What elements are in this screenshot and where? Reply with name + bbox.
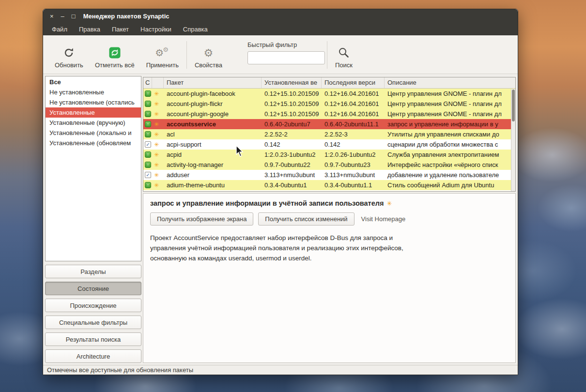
filter-item-installed-local[interactable]: Установленные (локально и xyxy=(46,128,141,138)
installed-checkbox-icon[interactable]: ✓ xyxy=(143,172,152,178)
get-changelog-button[interactable]: Получить список изменений xyxy=(258,212,354,226)
statusbar: Отмечены все доступные для обновления па… xyxy=(43,365,518,375)
visit-homepage-button[interactable]: Visit Homepage xyxy=(359,213,408,225)
window-title: Менеджер пакетов Synaptic xyxy=(83,13,170,20)
synaptic-window: × – □ Менеджер пакетов Synaptic Файл Пра… xyxy=(43,9,518,375)
toolbar-separator xyxy=(327,41,327,69)
close-icon[interactable]: × xyxy=(50,13,54,19)
package-row[interactable]: ↑ ✳ adium-theme-ubuntu 0.3.4-0ubuntu1 0.… xyxy=(143,180,515,190)
origin-button[interactable]: Происхождение xyxy=(45,299,141,312)
supported-icon: ✳ xyxy=(152,111,164,117)
filter-item-all[interactable]: Все xyxy=(46,77,141,87)
get-screenshot-button[interactable]: Получить изображение экрана xyxy=(150,212,253,226)
installed-version: 0.142 xyxy=(262,141,322,148)
package-row[interactable]: ↑ ✳ activity-log-manager 0.9.7-0ubuntu22… xyxy=(143,160,515,170)
filter-item-installed-upgradable[interactable]: Установленные (обновляем xyxy=(46,138,141,148)
latest-version: 0.12+16.04.201601 xyxy=(322,90,385,97)
sections-button[interactable]: Разделы xyxy=(45,265,141,278)
package-details-pane: запрос и управление информации в учётной… xyxy=(143,193,516,363)
menu-settings[interactable]: Настройки xyxy=(135,24,177,35)
column-header-installed-version[interactable]: Установленная ве xyxy=(262,77,322,88)
upgrade-icon[interactable]: ↑ xyxy=(143,101,152,107)
installed-version: 0.6.40-2ubuntu7 xyxy=(262,121,322,128)
upgrade-icon[interactable]: ↑ xyxy=(143,131,152,137)
package-row[interactable]: ↑ ✳ acl 2.2.52-2 2.2.52-3 Утилиты для уп… xyxy=(143,129,515,139)
menu-help[interactable]: Справка xyxy=(177,24,214,35)
mark-all-upgrades-button[interactable]: Отметить всё xyxy=(89,37,140,73)
scrollbar-thumb[interactable] xyxy=(512,90,515,121)
upgrade-icon[interactable]: ↑ xyxy=(143,121,152,127)
apply-gears-icon: ⚙⚙ xyxy=(155,46,170,59)
search-label: Поиск xyxy=(335,61,353,69)
package-row[interactable]: ✓ ✳ acpi-support 0.142 0.142 сценарии дл… xyxy=(143,139,515,150)
main-content: Все Не установленные Не установленные (о… xyxy=(43,74,518,365)
toolbar-separator xyxy=(186,41,187,69)
package-name: accountsservice xyxy=(164,121,262,128)
supported-icon: ✳ xyxy=(152,152,164,158)
installed-checkbox-icon[interactable]: ✓ xyxy=(143,141,152,148)
mark-all-upgrades-icon xyxy=(108,46,121,59)
filter-item-installed[interactable]: Установленные xyxy=(46,107,141,118)
menu-edit[interactable]: Правка xyxy=(73,24,106,35)
properties-button[interactable]: ⚙ Свойства xyxy=(189,37,228,73)
refresh-label: Обновить xyxy=(55,61,83,69)
package-description: Центр управления GNOME - плагин дл xyxy=(385,90,515,97)
quick-filter-group: Быстрый фильтр xyxy=(247,37,325,73)
search-results-button[interactable]: Результаты поиска xyxy=(45,332,141,346)
installed-version: 0.12+15.10.201509 xyxy=(262,90,322,97)
filter-item-installed-manual[interactable]: Установленные (вручную) xyxy=(46,118,141,128)
architecture-button[interactable]: Architecture xyxy=(45,349,141,363)
apply-button[interactable]: ⚙⚙ Применить xyxy=(140,37,185,73)
package-row[interactable]: ✓ ✳ adduser 3.113+nmu3ubunt 3.113+nmu3ub… xyxy=(143,170,515,180)
upgrade-icon[interactable]: ↑ xyxy=(143,111,152,117)
status-button[interactable]: Состояние xyxy=(45,282,141,295)
package-row[interactable]: ↑ ✳ acpid 1:2.0.23-1ubuntu2 1:2.0.26-1ub… xyxy=(143,150,515,160)
installed-version: 0.12+15.10.201509 xyxy=(262,100,322,107)
supported-icon: ✳ xyxy=(152,142,164,148)
installed-version: 2.2.52-2 xyxy=(262,131,322,138)
search-button[interactable]: Поиск xyxy=(329,37,358,73)
package-row-selected[interactable]: ↑ ✳ accountsservice 0.6.40-2ubuntu7 0.6.… xyxy=(143,119,515,129)
menu-file[interactable]: Файл xyxy=(46,24,73,35)
menu-package[interactable]: Пакет xyxy=(106,24,135,35)
refresh-button[interactable]: Обновить xyxy=(49,37,89,73)
minimize-icon[interactable]: – xyxy=(61,13,64,19)
column-header-latest-version[interactable]: Последняя верси xyxy=(322,77,385,88)
filter-item-not-installed-residual[interactable]: Не установленные (остались xyxy=(46,97,141,107)
upgrade-icon[interactable]: ↑ xyxy=(143,162,152,168)
latest-version: 0.12+16.04.201601 xyxy=(322,100,385,107)
menubar: Файл Правка Пакет Настройки Справка xyxy=(43,23,518,35)
maximize-icon[interactable]: □ xyxy=(72,13,76,19)
supported-icon: ✳ xyxy=(152,162,164,168)
package-description: Интерфейс настройки «чёрного списк xyxy=(385,161,515,168)
custom-filters-button[interactable]: Специальные фильтры xyxy=(45,316,141,329)
upgrade-icon[interactable]: ↑ xyxy=(143,182,152,188)
package-row[interactable]: ↑ ✳ account-plugin-facebook 0.12+15.10.2… xyxy=(143,89,515,99)
package-name: acpi-support xyxy=(164,141,262,148)
column-header-description[interactable]: Описание xyxy=(385,77,515,88)
package-name: activity-log-manager xyxy=(164,161,262,168)
latest-version: 0.3.4-0ubuntu1.1 xyxy=(322,181,385,189)
column-header-state[interactable]: С xyxy=(143,77,152,88)
package-name: account-plugin-facebook xyxy=(164,90,262,97)
properties-gear-icon: ⚙ xyxy=(204,46,214,59)
installed-version: 0.12+15.10.201509 xyxy=(262,110,322,118)
latest-version: 3.113+nmu3ubunt xyxy=(322,171,385,179)
filter-item-not-installed[interactable]: Не установленные xyxy=(46,87,141,97)
latest-version: 2.2.52-3 xyxy=(322,131,385,138)
latest-version: 0.6.40-2ubuntu11.1 xyxy=(322,121,385,128)
package-row[interactable]: ↑ ✳ account-plugin-google 0.12+15.10.201… xyxy=(143,109,515,119)
package-description: добавление и удаление пользователе xyxy=(385,171,515,179)
package-name: acpid xyxy=(164,151,262,158)
upgrade-icon[interactable]: ↑ xyxy=(143,90,152,97)
package-name: adium-theme-ubuntu xyxy=(164,181,262,189)
upgrade-icon[interactable]: ↑ xyxy=(143,151,152,158)
package-description: Центр управления GNOME - плагин дл xyxy=(385,100,515,107)
column-header-supported[interactable] xyxy=(152,77,164,88)
package-list-scrollbar[interactable] xyxy=(511,89,515,191)
package-row[interactable]: ↑ ✳ account-plugin-flickr 0.12+15.10.201… xyxy=(143,99,515,109)
installed-version: 3.113+nmu3ubunt xyxy=(262,171,322,179)
column-header-package[interactable]: Пакет xyxy=(164,77,262,88)
titlebar[interactable]: × – □ Менеджер пакетов Synaptic xyxy=(43,9,518,23)
quick-filter-input[interactable] xyxy=(247,51,325,64)
